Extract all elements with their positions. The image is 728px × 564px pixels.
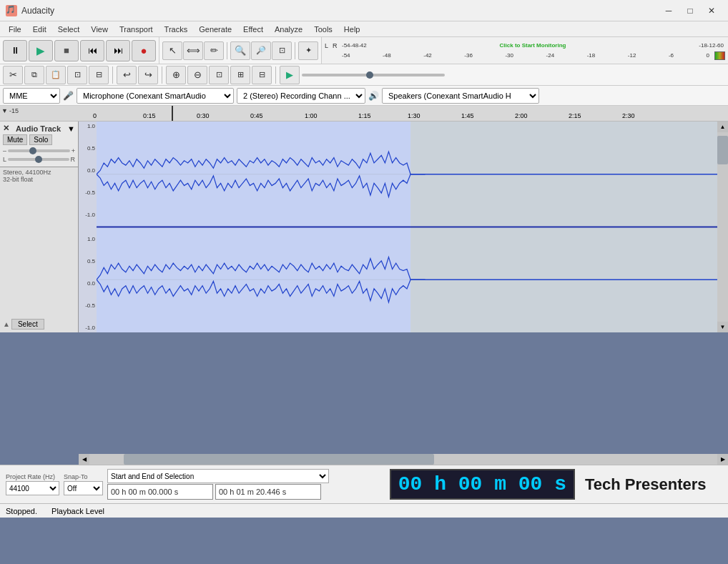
y-0: 0.0	[79, 167, 97, 174]
paste-button[interactable]: 📋	[46, 66, 66, 84]
menu-transport[interactable]: Transport	[114, 24, 159, 35]
project-rate-select[interactable]: 44100	[6, 481, 59, 495]
scroll-track[interactable]	[717, 132, 728, 322]
vu-top-labels: L R -54 -48 -42 Click to Start Monitorin…	[325, 41, 725, 51]
copy-button[interactable]: ⧉	[24, 66, 44, 84]
vu-right-label: R	[333, 42, 338, 49]
zoom-tog-button[interactable]: ⊞	[230, 66, 250, 84]
scroll-right-btn[interactable]: ▶	[717, 454, 728, 465]
waveform-area[interactable]: 1.0 0.5 0.0 -0.5 -1.0 1.0 0.5 0.0 -0.5 -…	[79, 122, 728, 332]
scroll-up-btn[interactable]: ▲	[717, 122, 728, 132]
vu-bottom-row: -54 -48 -42 -36 -30 -24 -18 -12 -6 0	[325, 51, 725, 61]
horizontal-scrollbar[interactable]: ◀ ▶	[79, 454, 728, 465]
close-button[interactable]: ✕	[701, 4, 722, 18]
pan-thumb[interactable]	[35, 156, 42, 163]
zoom-sel2-button[interactable]: ⊡	[209, 66, 229, 84]
edit-toolbar: ↖ ⟺ ✏ 🔍 🔎 ⊡ ✦	[159, 37, 322, 64]
track-close-btn[interactable]: ✕	[3, 124, 9, 133]
track-mute-solo: Mute Solo	[3, 134, 75, 145]
scroll-thumb-v[interactable]	[717, 136, 728, 164]
vu-meter: L R -54 -48 -42 Click to Start Monitorin…	[325, 41, 725, 61]
menu-tools[interactable]: Tools	[308, 24, 338, 35]
y-neg1.0-bot: -1.0	[79, 325, 97, 331]
menu-effect[interactable]: Effect	[237, 24, 269, 35]
app-icon: 🎵	[6, 5, 17, 16]
selection-end-field[interactable]: 00 h 01 m 20.446 s	[215, 484, 321, 500]
tm-130: 1:30	[408, 112, 420, 119]
menu-generate[interactable]: Generate	[193, 24, 237, 35]
menu-file[interactable]: File	[3, 24, 27, 35]
silence-button[interactable]: ⊟	[89, 66, 109, 84]
time-markers: 0 0:15 0:30 0:45 1:00 1:15 1:30 1:45 2:0…	[79, 106, 728, 121]
skip-start-button[interactable]: ⏮	[80, 40, 104, 61]
vertical-scrollbar[interactable]: ▲ ▼	[717, 122, 728, 332]
gain-thumb[interactable]	[29, 147, 36, 154]
speaker-select[interactable]: Speakers (Conexant SmartAudio H	[382, 88, 539, 104]
menu-tracks[interactable]: Tracks	[159, 24, 194, 35]
draw-tool-button[interactable]: ✏	[204, 41, 224, 60]
stop-button[interactable]: ■	[54, 40, 79, 61]
play-button[interactable]: ▶	[29, 40, 53, 61]
multi-tool-button[interactable]: ✦	[298, 41, 318, 60]
menu-edit[interactable]: Edit	[27, 24, 52, 35]
vu-tick-1: -54	[342, 42, 350, 49]
toolbar-row2: ✂ ⧉ 📋 ⊡ ⊟ ↩ ↪ ⊕ ⊖ ⊡ ⊞ ⊟ ▶	[0, 64, 728, 86]
scroll-left-btn[interactable]: ◀	[79, 454, 89, 465]
undo-button[interactable]: ↩	[117, 66, 137, 84]
redo-button[interactable]: ↪	[138, 66, 158, 84]
select-button[interactable]: Select	[11, 319, 44, 330]
collapse-button[interactable]: ▲	[3, 320, 10, 328]
speed-slider-thumb[interactable]	[366, 71, 373, 79]
track-menu-btn[interactable]: ▼	[67, 124, 75, 133]
timer-display: 00 h 00 m 00 s	[390, 469, 575, 500]
play-at-speed-button[interactable]: ▶	[280, 66, 300, 84]
gain-slider[interactable]	[8, 149, 70, 152]
mic-select[interactable]: Microphone (Conexant SmartAudio	[77, 88, 234, 104]
selection-tool-button[interactable]: ↖	[162, 41, 182, 60]
status-stopped: Stopped.	[6, 507, 37, 515]
scroll-thumb-h[interactable]	[124, 454, 434, 465]
snap-to-select[interactable]: Off	[64, 481, 103, 495]
menu-help[interactable]: Help	[338, 24, 366, 35]
fit-selection-button[interactable]: ⊡	[272, 41, 292, 60]
tm-145: 1:45	[461, 112, 474, 119]
cut-button[interactable]: ✂	[3, 66, 23, 84]
zoom-out2-button[interactable]: ⊖	[187, 66, 207, 84]
menu-analyze[interactable]: Analyze	[269, 24, 308, 35]
selection-type-select[interactable]: Start and End of Selection	[107, 469, 329, 483]
playhead[interactable]	[172, 106, 173, 121]
zoom-in2-button[interactable]: ⊕	[166, 66, 186, 84]
pan-slider[interactable]	[8, 158, 69, 161]
vu-meter-area: L R -54 -48 -42 Click to Start Monitorin…	[322, 37, 728, 64]
window-controls: ─ □ ✕	[658, 4, 722, 18]
gain-row: – +	[3, 147, 75, 154]
click-to-start[interactable]: Click to Start Monitoring	[367, 42, 699, 49]
host-select[interactable]: MME	[3, 88, 60, 104]
selection-start-field[interactable]: 00 h 00 m 00.000 s	[107, 484, 213, 500]
pause-button[interactable]: ⏸	[3, 40, 27, 61]
menu-select[interactable]: Select	[52, 24, 86, 35]
skip-end-button[interactable]: ⏭	[106, 40, 130, 61]
branding-text: Tech Presenters	[579, 473, 722, 497]
zoom-in-button[interactable]: 🔍	[230, 41, 250, 60]
menu-view[interactable]: View	[85, 24, 114, 35]
tm-200: 2:00	[515, 112, 528, 119]
zoom-view-button[interactable]: ⊟	[252, 66, 272, 84]
mute-button[interactable]: Mute	[3, 134, 27, 145]
channels-select[interactable]: 2 (Stereo) Recording Chann ...	[237, 88, 365, 104]
envelope-tool-button[interactable]: ⟺	[183, 41, 203, 60]
speed-slider-track[interactable]	[302, 74, 445, 76]
vu-left-label: L	[325, 42, 330, 49]
scroll-down-btn[interactable]: ▼	[717, 322, 728, 332]
zoom-indicator: ▼ -15	[1, 107, 19, 114]
trim-button[interactable]: ⊡	[67, 66, 87, 84]
empty-area	[0, 332, 728, 454]
solo-button[interactable]: Solo	[29, 134, 52, 145]
record-button[interactable]: ●	[132, 40, 156, 61]
maximize-button[interactable]: □	[679, 4, 701, 18]
zoom-out-button[interactable]: 🔎	[251, 41, 271, 60]
scroll-track-h[interactable]	[93, 454, 714, 465]
timeline-ruler[interactable]: ▼ -15 0 0:15 0:30 0:45 1:00 1:15 1:30 1:…	[0, 106, 728, 122]
pan-right: R	[71, 156, 76, 163]
minimize-button[interactable]: ─	[658, 4, 679, 18]
